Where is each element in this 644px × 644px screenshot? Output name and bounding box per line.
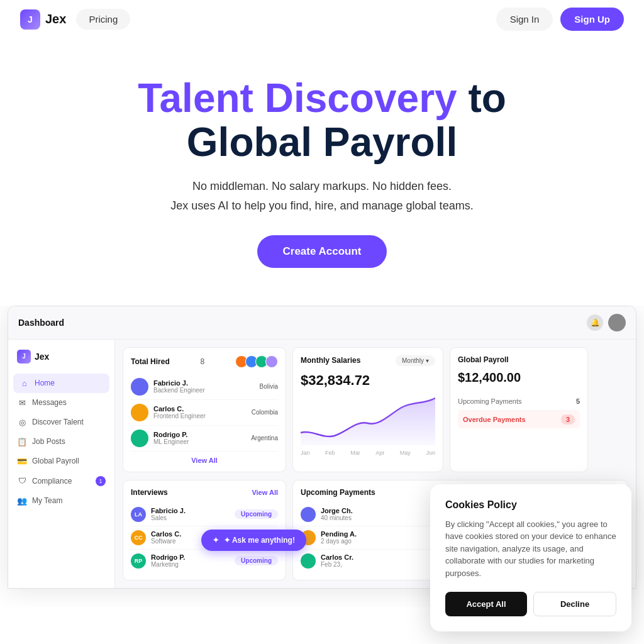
messages-icon: ✉ (17, 398, 27, 408)
hero-section: Monthly Salaries Talent Discovery to Glo… (0, 38, 644, 293)
db-sidebar: J Jex ⌂ Home ✉ Messages ◎ Discover Talen… (8, 340, 115, 588)
person-name-1: Fabricio J. (153, 379, 255, 387)
interview-name-1: Fabricio J. (151, 507, 235, 514)
decline-cookies-button[interactable]: Decline (533, 592, 616, 608)
chart-label-feb: Feb (325, 450, 335, 456)
accept-cookies-button[interactable]: Accept All (445, 592, 527, 608)
sidebar-item-myteam[interactable]: 👥 My Team (8, 491, 114, 511)
interview-status-1: Upcoming (235, 509, 278, 519)
chart-label-jun: Jun (426, 450, 435, 456)
up-avatar-3 (301, 553, 316, 569)
db-logo-icon: J (17, 350, 31, 364)
list-item: LA Fabricio J. Sales Upcoming (131, 503, 278, 526)
cookie-actions: Accept All Decline (445, 592, 616, 608)
up-info-1: Jorge Ch. 40 minutes (321, 507, 353, 521)
sidebar-item-compliance[interactable]: 🛡 Compliance 1 (8, 471, 114, 491)
chart-label-mar: Mar (350, 450, 360, 456)
interview-avatar-2: CC (131, 530, 146, 545)
upcoming-payments-label: Upcoming Payments (301, 488, 375, 497)
upcoming-label: Upcoming Payments (458, 397, 522, 405)
signup-button[interactable]: Sign Up (560, 8, 624, 31)
sidebar-item-payroll[interactable]: 💳 Global Payroll (8, 452, 114, 471)
monthly-filter[interactable]: Monthly ▾ (396, 355, 435, 366)
notification-icon[interactable]: 🔔 (587, 314, 603, 331)
total-hired-card: Total Hired 8 Fa (123, 347, 286, 472)
db-topbar: Dashboard 🔔 (8, 306, 636, 340)
sidebar-item-home[interactable]: ⌂ Home (13, 374, 109, 393)
view-all-button[interactable]: View All (131, 457, 278, 464)
interviews-view-all[interactable]: View All (252, 489, 278, 496)
chevron-down-icon: ▾ (426, 357, 429, 364)
upcoming-count: 5 (576, 397, 580, 405)
overdue-count: 3 (561, 414, 575, 425)
person-info-1: Fabricio J. Backend Engineer (153, 379, 255, 394)
total-hired-header: Total Hired 8 (131, 355, 278, 368)
chart-label-apr: Apr (375, 450, 384, 456)
up-name-2: Pending A. (321, 530, 357, 538)
create-account-button[interactable]: Create Account (257, 235, 386, 268)
salaries-label: Monthly Salaries (301, 356, 360, 365)
chart-label-may: May (400, 450, 411, 456)
user-avatar (608, 314, 626, 331)
pricing-link[interactable]: Pricing (76, 9, 130, 30)
logo-icon: J (20, 9, 40, 30)
ai-ask-button[interactable]: ✦ ✦ Ask me anything! (201, 530, 306, 551)
up-info-2: Pending A. 2 days ago (321, 530, 357, 545)
sidebar-label-myteam: My Team (32, 496, 62, 505)
up-info-3: Carlos Cr. Feb 23, (321, 553, 353, 568)
person-info-2: Carlos C. Frontend Engineer (153, 405, 247, 419)
sparkle-icon: ✦ (213, 536, 219, 545)
sidebar-item-discover[interactable]: ◎ Discover Talent (8, 413, 114, 432)
upcoming-payments-row: Upcoming Payments 5 (458, 392, 580, 411)
up-avatar-1 (301, 507, 316, 522)
hero-highlight: Talent Discovery (138, 75, 457, 121)
up-time-3: Feb 23, (321, 561, 353, 568)
payroll-header: Global Payroll (458, 355, 580, 364)
up-name-3: Carlos Cr. (321, 553, 353, 561)
salaries-header: Monthly Salaries Monthly ▾ (301, 355, 435, 366)
payroll-amount: $12,400.00 (458, 370, 580, 385)
total-hired-label: Total Hired (131, 357, 170, 366)
signin-button[interactable]: Sign In (496, 8, 553, 31)
person-loc-3: Argentina (251, 435, 278, 441)
nav-left: J Jex Pricing (20, 9, 130, 30)
compliance-badge: 1 (96, 476, 106, 486)
dashboard-title: Dashboard (18, 318, 64, 328)
person-info-3: Rodrigo P. ML Engineer (153, 431, 246, 445)
person-avatar-2 (131, 404, 148, 421)
table-row: Rodrigo P. ML Engineer Argentina (131, 426, 278, 452)
sidebar-label-discover: Discover Talent (32, 418, 84, 426)
interview-avatar-3: RP (131, 553, 146, 569)
db-logo-text: Jex (35, 352, 49, 362)
interview-info-1: Fabricio J. Sales (151, 507, 235, 521)
chart-svg (301, 395, 435, 445)
hired-avatars (235, 355, 278, 368)
monthly-salaries-card: Monthly Salaries Monthly ▾ $32,834.72 (292, 347, 443, 472)
compliance-icon: 🛡 (17, 476, 27, 486)
payroll-label: Global Payroll (458, 355, 509, 364)
discover-icon: ◎ (17, 418, 27, 427)
table-row: Fabricio J. Backend Engineer Bolivia (131, 374, 278, 400)
payroll-icon: 💳 (17, 457, 27, 466)
up-time-2: 2 days ago (321, 538, 357, 545)
sidebar-label-jobposts: Job Posts (32, 437, 65, 446)
sidebar-item-jobposts[interactable]: 📋 Job Posts (8, 432, 114, 452)
table-row: Carlos C. Frontend Engineer Colombia (131, 400, 278, 426)
sidebar-item-messages[interactable]: ✉ Messages (8, 393, 114, 413)
jobposts-icon: 📋 (17, 437, 27, 447)
global-payroll-card: Global Payroll $12,400.00 Upcoming Payme… (450, 347, 588, 472)
list-item: RP Rodrigo P. Marketing Upcoming (131, 550, 278, 572)
hero-dark1: to (468, 75, 506, 121)
logo: J Jex (20, 9, 66, 30)
person-name-3: Rodrigo P. (153, 431, 246, 438)
person-role-1: Backend Engineer (153, 387, 255, 394)
overdue-label: Overdue Payments (463, 416, 526, 423)
hero-sub2: Jex uses AI to help you find, hire, and … (13, 199, 631, 213)
cookie-text: By clicking "Accept all cookies," you ag… (445, 518, 616, 580)
interview-avatar-1: LA (131, 507, 146, 522)
sidebar-label-messages: Messages (32, 398, 67, 407)
sidebar-label-payroll: Global Payroll (32, 457, 79, 465)
salary-chart: Jan Feb Mar Apr May Jun (301, 395, 435, 445)
interview-status-3: Upcoming (235, 556, 278, 565)
db-content-row1: Total Hired 8 Fa (115, 340, 636, 480)
